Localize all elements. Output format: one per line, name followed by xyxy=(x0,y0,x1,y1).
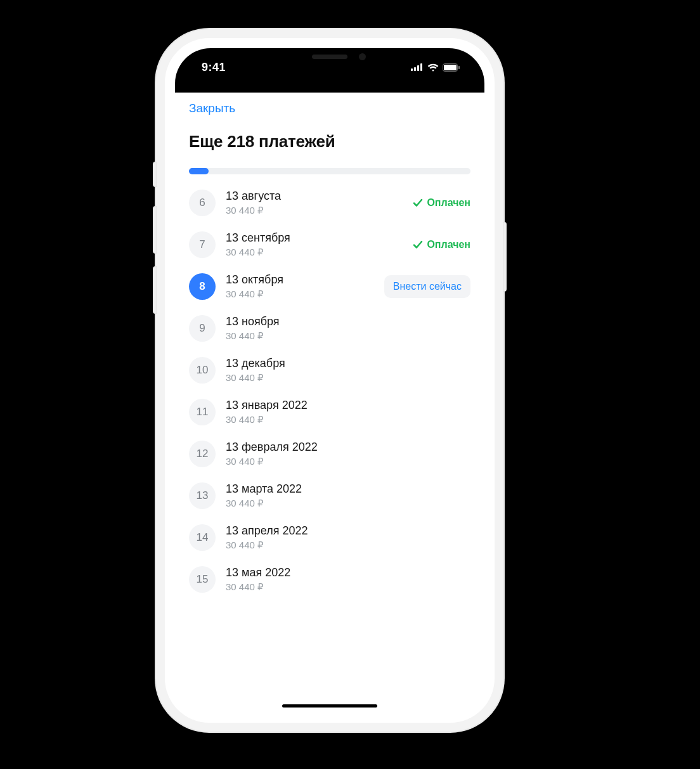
payment-row[interactable]: 1413 апреля 202230 440 ₽ xyxy=(175,517,484,559)
payment-number: 13 xyxy=(189,482,216,509)
payment-amount: 30 440 ₽ xyxy=(226,247,403,258)
svg-rect-2 xyxy=(417,65,419,71)
payment-row[interactable]: 1013 декабря30 440 ₽ xyxy=(175,349,484,391)
payment-info: 13 сентября30 440 ₽ xyxy=(226,231,403,258)
status-bar: 9:41 xyxy=(175,48,484,93)
payment-amount: 30 440 ₽ xyxy=(226,372,460,384)
payment-row[interactable]: 613 августа30 440 ₽Оплачен xyxy=(175,182,484,224)
payment-amount: 30 440 ₽ xyxy=(226,498,460,509)
header: Еще 218 платежей xyxy=(175,120,484,158)
payment-info: 13 августа30 440 ₽ xyxy=(226,190,403,216)
progress-fill xyxy=(189,168,209,174)
payment-date: 13 октября xyxy=(226,273,374,287)
payment-date: 13 февраля 2022 xyxy=(226,441,460,455)
status-time: 9:41 xyxy=(195,61,226,74)
paid-badge: Оплачен xyxy=(413,239,470,250)
progress-bar xyxy=(189,168,470,174)
status-paid: Оплачен xyxy=(413,197,470,209)
svg-rect-6 xyxy=(458,66,460,69)
home-indicator[interactable] xyxy=(282,704,377,708)
volume-down-button xyxy=(153,266,157,314)
payment-row[interactable]: 1513 мая 202230 440 ₽ xyxy=(175,559,484,600)
svg-rect-3 xyxy=(420,63,422,71)
paid-badge: Оплачен xyxy=(413,197,470,209)
payment-date: 13 апреля 2022 xyxy=(226,524,460,538)
payment-date: 13 ноября xyxy=(226,315,460,329)
screen: 9:41 Закрыть Еще 218 платежей 613 август… xyxy=(175,48,484,713)
payment-info: 13 октября30 440 ₽ xyxy=(226,273,374,300)
payment-date: 13 сентября xyxy=(226,231,403,245)
payment-number: 14 xyxy=(189,524,216,551)
payment-info: 13 марта 202230 440 ₽ xyxy=(226,482,460,509)
payment-row[interactable]: 1313 марта 202230 440 ₽ xyxy=(175,475,484,517)
svg-rect-5 xyxy=(444,65,457,70)
payment-row[interactable]: 1113 января 202230 440 ₽ xyxy=(175,391,484,433)
pay-now-button[interactable]: Внести сейчас xyxy=(384,275,470,298)
payment-number: 10 xyxy=(189,357,216,384)
payment-info: 13 апреля 202230 440 ₽ xyxy=(226,524,460,551)
battery-icon xyxy=(443,63,460,72)
payment-number: 12 xyxy=(189,441,216,467)
payment-number: 11 xyxy=(189,399,216,425)
cellular-icon xyxy=(411,63,424,71)
payments-list[interactable]: 613 августа30 440 ₽Оплачен713 сентября30… xyxy=(175,178,484,600)
close-button[interactable]: Закрыть xyxy=(189,101,235,115)
svg-rect-1 xyxy=(414,67,416,71)
payment-amount: 30 440 ₽ xyxy=(226,414,460,425)
payment-row[interactable]: 813 октября30 440 ₽Внести сейчас xyxy=(175,266,484,307)
phone-frame: 9:41 Закрыть Еще 218 платежей 613 август… xyxy=(165,38,495,723)
nav-bar: Закрыть xyxy=(175,93,484,120)
status-icons xyxy=(411,63,464,72)
wifi-icon xyxy=(427,63,439,72)
payment-date: 13 августа xyxy=(226,190,403,204)
notch xyxy=(263,48,396,72)
payment-number: 7 xyxy=(189,231,216,258)
payment-row[interactable]: 1213 февраля 202230 440 ₽ xyxy=(175,433,484,475)
power-button xyxy=(503,222,507,292)
payment-amount: 30 440 ₽ xyxy=(226,330,460,342)
payment-amount: 30 440 ₽ xyxy=(226,456,460,467)
status-due: Внести сейчас xyxy=(384,275,470,298)
payment-date: 13 марта 2022 xyxy=(226,482,460,496)
payment-date: 13 декабря xyxy=(226,357,460,371)
payment-row[interactable]: 713 сентября30 440 ₽Оплачен xyxy=(175,224,484,266)
mute-switch xyxy=(153,162,157,187)
payment-date: 13 января 2022 xyxy=(226,399,460,413)
page-title: Еще 218 платежей xyxy=(189,132,470,152)
payment-date: 13 мая 2022 xyxy=(226,566,460,580)
payment-number: 9 xyxy=(189,315,216,342)
check-icon xyxy=(413,198,423,208)
status-paid: Оплачен xyxy=(413,239,470,250)
payment-amount: 30 440 ₽ xyxy=(226,288,374,300)
payment-info: 13 ноября30 440 ₽ xyxy=(226,315,460,342)
payment-number: 8 xyxy=(189,273,216,300)
payment-amount: 30 440 ₽ xyxy=(226,540,460,551)
volume-up-button xyxy=(153,206,157,254)
payment-row[interactable]: 913 ноября30 440 ₽ xyxy=(175,307,484,349)
payment-number: 15 xyxy=(189,566,216,593)
payment-info: 13 февраля 202230 440 ₽ xyxy=(226,441,460,467)
payment-info: 13 декабря30 440 ₽ xyxy=(226,357,460,384)
check-icon xyxy=(413,240,423,250)
payment-number: 6 xyxy=(189,190,216,216)
payment-amount: 30 440 ₽ xyxy=(226,581,460,593)
payment-info: 13 января 202230 440 ₽ xyxy=(226,399,460,425)
payment-info: 13 мая 202230 440 ₽ xyxy=(226,566,460,593)
svg-rect-0 xyxy=(411,68,413,71)
payment-amount: 30 440 ₽ xyxy=(226,205,403,216)
